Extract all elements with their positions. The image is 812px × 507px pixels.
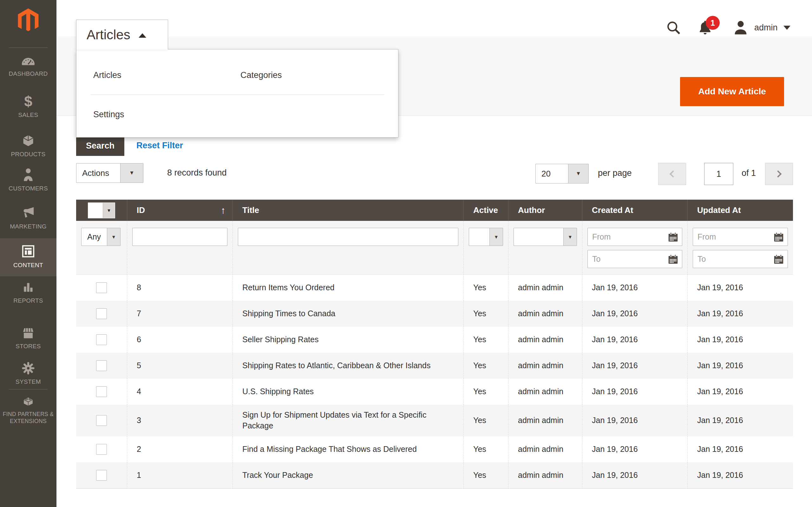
grid-header-row: ▼ ID ↑ Title Active Author Created At Up… [76,200,793,221]
sidebar-divider [9,389,48,389]
articles-menu-toggle[interactable]: Articles [76,20,168,49]
articles-grid: ▼ ID ↑ Title Active Author Created At Up… [76,200,793,489]
system-icon [0,361,56,375]
sort-ascending-icon: ↑ [221,205,225,216]
column-header-select: ▼ [76,200,127,221]
reports-icon [0,280,56,294]
row-checkbox[interactable] [96,386,107,397]
per-page-select[interactable]: 20 ▼ [536,164,589,183]
page-title: Articles [87,27,131,43]
actions-select[interactable]: Actions ▼ [76,163,143,183]
magento-logo[interactable] [0,8,56,36]
select-all-checkbox [88,203,103,218]
row-checkbox[interactable] [96,282,107,293]
page-number-input[interactable] [704,163,733,185]
customers-icon [0,167,56,182]
records-found-label: 8 records found [167,168,227,178]
sidebar-item-content[interactable]: CONTENT [0,238,56,276]
row-checkbox[interactable] [96,470,107,481]
sidebar-item-customers[interactable]: CUSTOMERS [0,167,56,192]
table-row[interactable]: 8 Return Items You Ordered Yes admin adm… [76,275,793,301]
menu-divider [91,95,385,95]
previous-page-button[interactable] [658,163,686,185]
row-checkbox[interactable] [96,415,107,426]
column-header-author[interactable]: Author [508,200,582,221]
magento-admin-screen: DASHBOARD $ SALES PRODUCTS CUSTOMER [0,0,812,507]
chevron-up-icon [139,33,146,38]
sidebar-item-marketing[interactable]: MARKETING [0,206,56,230]
table-row[interactable]: 3 Sign Up for Shipment Updates via Text … [76,405,793,436]
chevron-down-icon: ▼ [568,164,589,183]
notification-badge: 1 [706,16,720,30]
chevron-down-icon: ▼ [103,203,115,218]
column-header-active[interactable]: Active [463,200,508,221]
content-icon [0,244,56,259]
column-header-title[interactable]: Title [233,200,463,221]
chevron-down-icon [783,26,791,30]
table-row[interactable]: 2 Find a Missing Package That Shows as D… [76,436,793,462]
column-header-id[interactable]: ID ↑ [127,200,233,221]
column-header-created[interactable]: Created At [582,200,687,221]
find-partners-icon [0,395,56,408]
column-header-updated[interactable]: Updated At [687,200,793,221]
chevron-left-icon [670,170,677,178]
chevron-down-icon: ▼ [563,228,577,245]
table-row[interactable]: 4 U.S. Shipping Rates Yes admin admin Ja… [76,379,793,405]
admin-account-menu[interactable]: admin [732,19,791,36]
sidebar-item-find-partners[interactable]: FIND PARTNERS & EXTENSIONS [0,395,56,425]
sidebar-item-reports[interactable]: REPORTS [0,280,56,304]
marketing-icon [0,206,56,220]
chevron-down-icon: ▼ [107,228,120,245]
sidebar: DASHBOARD $ SALES PRODUCTS CUSTOMER [0,0,56,507]
stores-icon [0,327,56,340]
products-icon [0,134,56,148]
menu-item-categories[interactable]: Categories [241,70,282,80]
table-row[interactable]: 6 Seller Shipping Rates Yes admin admin … [76,327,793,353]
created-to-calendar-button[interactable] [666,252,680,266]
updated-from-calendar-button[interactable] [772,230,786,244]
title-filter-input[interactable] [238,228,458,246]
reset-filter-link[interactable]: Reset Filter [136,141,183,151]
table-row[interactable]: 7 Shipping Times to Canada Yes admin adm… [76,301,793,327]
row-checkbox[interactable] [96,308,107,319]
menu-item-settings[interactable]: Settings [93,110,124,119]
magento-logo-icon [17,8,40,34]
sidebar-item-dashboard[interactable]: DASHBOARD [0,56,56,78]
dashboard-icon [0,56,56,67]
row-checkbox[interactable] [96,334,107,345]
chevron-right-icon [774,170,782,178]
grid-filter-row: Any ▼ ▼ ▼ [76,221,793,275]
sidebar-item-products[interactable]: PRODUCTS [0,134,56,158]
admin-username: admin [754,23,778,33]
active-filter-select[interactable]: ▼ [469,228,503,246]
page-total-label: of 1 [742,168,756,178]
table-row[interactable]: 5 Shipping Rates to Atlantic, Caribbean … [76,353,793,379]
select-all-dropdown[interactable]: ▼ [88,203,115,218]
articles-dropdown-panel: Articles Categories Settings [76,49,398,137]
add-new-article-button[interactable]: Add New Article [680,77,784,106]
chevron-down-icon: ▼ [490,228,503,245]
row-checkbox[interactable] [96,360,107,371]
admin-avatar-icon [732,19,749,36]
chevron-down-icon: ▼ [120,164,143,182]
calendar-icon [773,231,785,243]
global-search-icon[interactable] [665,20,682,38]
sales-icon: $ [0,95,56,108]
search-button[interactable]: Search [76,136,124,156]
sidebar-item-stores[interactable]: STORES [0,327,56,350]
updated-to-calendar-button[interactable] [772,252,786,266]
next-page-button[interactable] [765,163,793,185]
per-page-label: per page [598,168,632,178]
sidebar-item-system[interactable]: SYSTEM [0,361,56,386]
mass-select-filter[interactable]: Any ▼ [81,228,120,246]
sidebar-item-sales[interactable]: $ SALES [0,95,56,119]
menu-item-articles[interactable]: Articles [93,70,121,80]
id-filter-input[interactable] [132,228,227,246]
table-row[interactable]: 1 Track Your Package Yes admin admin Jan… [76,462,793,488]
row-checkbox[interactable] [96,444,107,455]
calendar-icon [667,231,679,243]
author-filter-select[interactable]: ▼ [513,228,577,246]
calendar-icon [667,253,679,265]
sidebar-divider [9,48,48,48]
created-from-calendar-button[interactable] [666,230,680,244]
